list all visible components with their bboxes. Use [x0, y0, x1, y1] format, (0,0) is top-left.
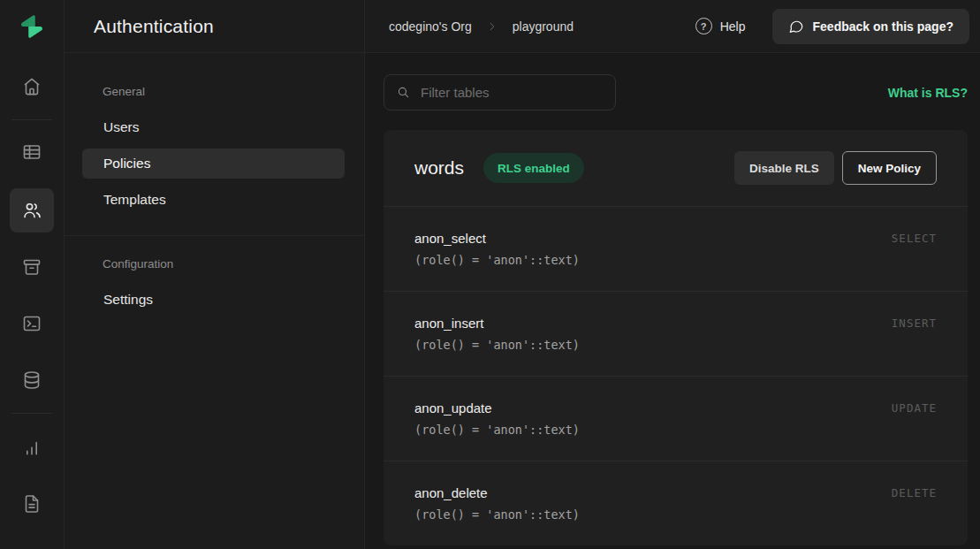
sidebar-header: Authentication: [65, 0, 364, 53]
app-root: Authentication General Users Policies Te…: [0, 0, 980, 549]
sidebar-nav: General Users Policies Templates Configu…: [65, 53, 364, 321]
policy-row-anon-select: anon_select SELECT (role() = 'anon'::tex…: [384, 206, 968, 291]
what-is-rls-link[interactable]: What is RLS?: [888, 86, 968, 100]
section-label-general: General: [65, 83, 364, 101]
policy-definition: (role() = 'anon'::text): [414, 507, 937, 522]
policy-definition: (role() = 'anon'::text): [414, 253, 937, 267]
policy-command-badge: DELETE: [892, 486, 937, 499]
topbar: codegino's Org playground ? Help Feedbac…: [365, 0, 980, 53]
help-button[interactable]: ? Help: [695, 18, 746, 34]
filter-tables-box: [384, 74, 616, 111]
policy-name: anon_insert: [414, 316, 483, 331]
filter-tables-input[interactable]: [421, 85, 604, 100]
policy-row-anon-delete: anon_delete DELETE (role() = 'anon'::tex…: [384, 461, 968, 545]
bar-chart-icon: [21, 438, 42, 459]
chevron-right-icon: [486, 20, 498, 33]
sidebar-item-users[interactable]: Users: [82, 112, 345, 142]
rail-divider: [11, 413, 52, 414]
speech-bubble-icon: [788, 19, 804, 34]
rail-item-authentication[interactable]: [10, 188, 54, 233]
help-icon: ?: [695, 18, 712, 34]
disable-rls-button[interactable]: Disable RLS: [734, 151, 834, 185]
card-header: words RLS enabled Disable RLS New Policy: [384, 130, 968, 206]
feedback-button[interactable]: Feedback on this page?: [772, 9, 969, 44]
policies-content: What is RLS? words RLS enabled Disable R…: [365, 53, 980, 549]
policy-row-anon-insert: anon_insert INSERT (role() = 'anon'::tex…: [384, 291, 968, 376]
policy-command-badge: INSERT: [892, 316, 937, 330]
breadcrumb-project[interactable]: playground: [513, 19, 574, 34]
terminal-icon: [21, 313, 42, 334]
file-text-icon: [21, 493, 42, 515]
rail-item-logs[interactable]: [12, 484, 51, 523]
breadcrumb-org[interactable]: codegino's Org: [389, 19, 472, 34]
help-label: Help: [720, 19, 746, 34]
users-icon: [21, 200, 42, 221]
search-icon: [396, 85, 411, 100]
filter-row: What is RLS?: [384, 74, 968, 111]
table-name: words: [414, 157, 464, 179]
database-icon: [21, 370, 42, 391]
auth-sidebar: Authentication General Users Policies Te…: [65, 0, 365, 549]
rail-item-table-editor[interactable]: [12, 133, 51, 172]
policy-command-badge: UPDATE: [892, 401, 937, 415]
icon-rail: [0, 0, 65, 549]
policy-definition: (role() = 'anon'::text): [414, 423, 937, 437]
policy-name: anon_select: [414, 231, 486, 246]
policy-row-anon-update: anon_update UPDATE (role() = 'anon'::tex…: [384, 376, 968, 461]
sidebar-item-settings[interactable]: Settings: [82, 285, 345, 315]
supabase-logo[interactable]: [0, 0, 64, 53]
new-policy-button[interactable]: New Policy: [842, 151, 937, 185]
sidebar-item-templates[interactable]: Templates: [82, 185, 345, 215]
main-area: codegino's Org playground ? Help Feedbac…: [365, 0, 980, 549]
supabase-bolt-icon: [19, 13, 45, 40]
sidebar-item-policies[interactable]: Policies: [82, 149, 345, 179]
policy-name: anon_delete: [414, 485, 488, 500]
archive-icon: [21, 256, 42, 278]
section-label-configuration: Configuration: [65, 255, 364, 273]
policy-command-badge: SELECT: [892, 232, 937, 245]
page-title: Authentication: [94, 16, 214, 37]
rail-item-home[interactable]: [12, 67, 51, 106]
sidebar-divider: [65, 235, 364, 236]
rail-item-storage[interactable]: [12, 248, 51, 286]
policy-definition: (role() = 'anon'::text): [414, 338, 937, 352]
table-icon: [21, 141, 42, 163]
rail-item-reports[interactable]: [12, 429, 51, 468]
rail-item-database[interactable]: [12, 361, 51, 400]
table-policies-card: words RLS enabled Disable RLS New Policy…: [384, 130, 968, 545]
rail-divider: [11, 119, 52, 120]
feedback-label: Feedback on this page?: [813, 19, 953, 34]
rls-enabled-badge: RLS enabled: [483, 153, 584, 183]
home-icon: [21, 76, 42, 97]
policy-name: anon_update: [414, 400, 492, 416]
rail-item-sql-editor[interactable]: [12, 304, 51, 343]
